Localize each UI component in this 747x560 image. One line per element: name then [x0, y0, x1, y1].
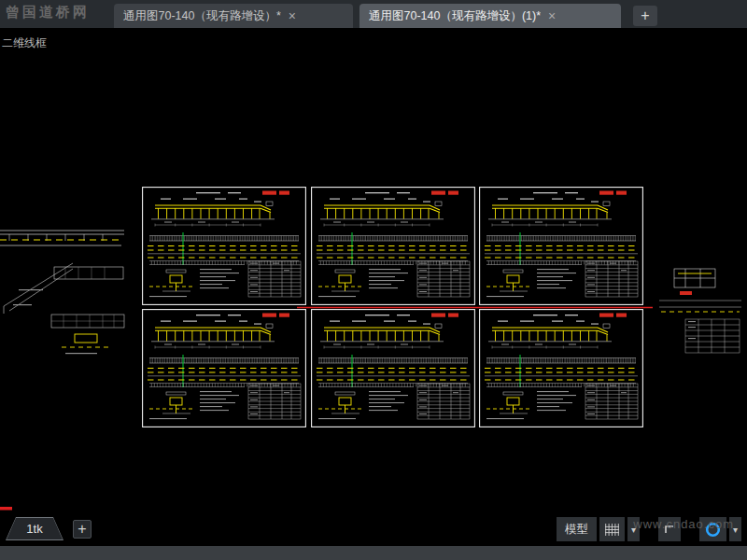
- visual-style-control[interactable]: 二维线框: [2, 35, 47, 51]
- red-edge-tick: [0, 507, 12, 511]
- geolocation-button[interactable]: [699, 517, 726, 541]
- file-tab-1-label: 通用图70-140（现有路增设）*: [123, 8, 281, 24]
- left-partial-drawing: [0, 231, 124, 354]
- model-space-button[interactable]: 模型: [557, 517, 597, 541]
- grid-display-button[interactable]: [599, 517, 625, 541]
- file-tab-drawing-2-active[interactable]: 通用图70-140（现有路增设）(1)* ×: [359, 4, 621, 28]
- corner-bracket-button[interactable]: [658, 517, 681, 541]
- cad-application-window: 曾国道桥网 通用图70-140（现有路增设）* × 通用图70-140（现有路增…: [0, 0, 747, 560]
- grid-dropdown-icon[interactable]: ▾: [627, 517, 640, 541]
- file-tab-drawing-1[interactable]: 通用图70-140（现有路增设）* ×: [114, 4, 353, 28]
- new-tab-button[interactable]: +: [633, 6, 657, 26]
- drawing-canvas[interactable]: 二维线框: [0, 28, 747, 515]
- corner-bracket-icon: [664, 524, 675, 535]
- close-icon[interactable]: ×: [289, 9, 296, 22]
- close-icon[interactable]: ×: [548, 9, 556, 22]
- layout-tab-label: 1tk: [7, 518, 63, 539]
- customization-dropdown-icon[interactable]: ▾: [729, 517, 741, 541]
- right-partial-drawing: [659, 269, 741, 353]
- file-tab-2-label: 通用图70-140（现有路增设）(1)*: [369, 8, 541, 24]
- watermark-top: 曾国道桥网: [6, 4, 90, 21]
- grid-icon: [605, 524, 619, 536]
- bottom-strip: [0, 546, 747, 560]
- layout-tab-1tk[interactable]: 1tk: [6, 517, 63, 540]
- file-tab-bar: 曾国道桥网 通用图70-140（现有路增设）* × 通用图70-140（现有路增…: [0, 0, 747, 28]
- canvas-graphics: [0, 28, 747, 515]
- new-layout-button[interactable]: +: [73, 520, 92, 539]
- geolocation-icon: [705, 522, 721, 538]
- status-bar: 1tk + 模型 ▾ ▾: [0, 515, 747, 546]
